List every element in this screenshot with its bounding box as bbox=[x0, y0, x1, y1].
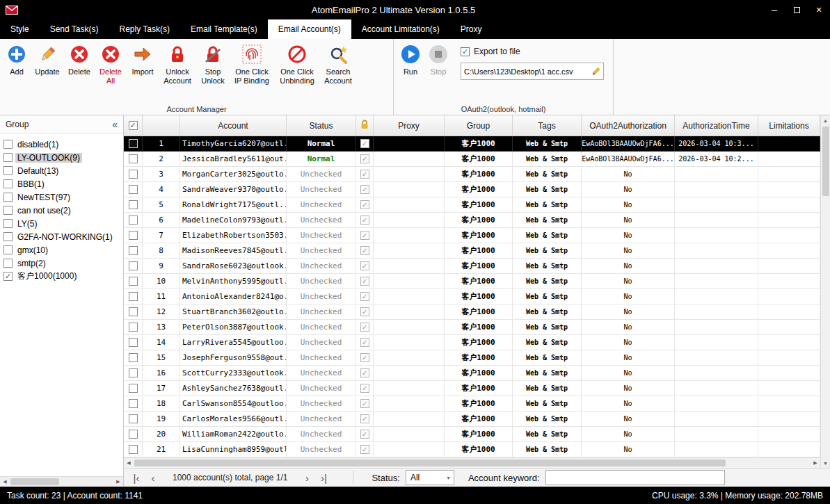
row-select-cell[interactable] bbox=[124, 381, 143, 396]
lock-checkbox[interactable] bbox=[360, 200, 369, 209]
tags-column-header[interactable]: Tags bbox=[513, 115, 582, 136]
row-checkbox[interactable] bbox=[129, 277, 138, 286]
lock-checkbox[interactable] bbox=[360, 185, 369, 194]
maximize-button[interactable] bbox=[785, 0, 808, 19]
lock-cell[interactable] bbox=[356, 427, 374, 442]
row-select-cell[interactable] bbox=[124, 304, 143, 320]
table-row[interactable]: 15JosephFerguson9558@out...Unchecked客户10… bbox=[124, 350, 820, 366]
group-item[interactable]: 客户1000(1000) bbox=[3, 270, 123, 283]
sidebar-collapse-icon[interactable]: « bbox=[112, 119, 118, 130]
row-select-cell[interactable] bbox=[124, 427, 143, 442]
lock-checkbox[interactable] bbox=[360, 154, 369, 163]
table-row[interactable]: 4SandraWeaver9370@outlo...Unchecked客户100… bbox=[124, 182, 820, 197]
select-all-header-cell[interactable] bbox=[124, 115, 143, 136]
account-keyword-input[interactable] bbox=[545, 470, 725, 485]
search-account-button[interactable]: Search Account bbox=[320, 41, 356, 88]
table-row[interactable]: 18CarlSwanson8554@outloo...Unchecked客户10… bbox=[124, 396, 820, 412]
group-item[interactable]: NewTEST(97) bbox=[3, 190, 123, 204]
row-select-cell[interactable] bbox=[124, 259, 143, 274]
lock-column-header[interactable] bbox=[356, 115, 374, 136]
row-select-cell[interactable] bbox=[124, 442, 143, 457]
row-select-cell[interactable] bbox=[124, 213, 143, 228]
one-click-ip-binding-button[interactable]: One Click IP Binding bbox=[230, 41, 274, 88]
row-checkbox[interactable] bbox=[129, 399, 138, 408]
update-button[interactable]: Update bbox=[31, 41, 64, 79]
lock-cell[interactable] bbox=[356, 335, 374, 350]
lock-checkbox[interactable] bbox=[360, 430, 369, 439]
row-select-cell[interactable] bbox=[124, 412, 143, 427]
group-checkbox[interactable] bbox=[3, 232, 13, 241]
group-checkbox[interactable] bbox=[3, 153, 13, 162]
group-checkbox[interactable] bbox=[3, 166, 13, 175]
table-row[interactable]: 7ElizabethRobertson3503...Unchecked客户100… bbox=[124, 228, 820, 243]
prev-page-button[interactable]: ‹ bbox=[145, 469, 161, 486]
oauth2-column-header[interactable]: OAuth2Authorization bbox=[582, 115, 675, 136]
row-checkbox[interactable] bbox=[129, 430, 138, 439]
export-path-field[interactable]: C:\Users\123\Desktop\1 acc.csv bbox=[461, 63, 604, 80]
group-checkbox[interactable] bbox=[3, 206, 13, 215]
tab-email-accounts[interactable]: Email Account(s) bbox=[268, 19, 351, 39]
row-checkbox[interactable] bbox=[129, 338, 138, 347]
row-select-cell[interactable] bbox=[124, 289, 143, 304]
tab-email-templates[interactable]: Email Template(s) bbox=[180, 19, 268, 39]
delete-all-button[interactable]: Delete All bbox=[95, 41, 127, 88]
row-select-cell[interactable] bbox=[124, 320, 143, 335]
row-number-header[interactable] bbox=[143, 115, 180, 136]
row-checkbox[interactable] bbox=[129, 216, 138, 225]
row-checkbox[interactable] bbox=[129, 292, 138, 301]
lock-cell[interactable] bbox=[356, 381, 374, 396]
table-vertical-scrollbar[interactable]: ▲ ▼ bbox=[820, 115, 830, 468]
minimize-button[interactable]: – bbox=[763, 0, 785, 19]
row-select-cell[interactable] bbox=[124, 243, 143, 259]
account-column-header[interactable]: Account bbox=[180, 115, 287, 136]
row-checkbox[interactable] bbox=[129, 170, 138, 179]
edit-pencil-icon[interactable] bbox=[591, 67, 600, 76]
next-page-button[interactable]: › bbox=[298, 469, 315, 486]
group-item[interactable]: disabled(1) bbox=[3, 138, 123, 151]
lock-checkbox[interactable] bbox=[360, 399, 369, 408]
stop-button[interactable]: Stop bbox=[424, 41, 452, 79]
table-row[interactable]: 3MorganCarter3025@outlo...Unchecked客户100… bbox=[124, 167, 820, 182]
table-row[interactable]: 6MadelineColon9793@outl...Unchecked客户100… bbox=[124, 213, 820, 228]
table-hscroll-thumb[interactable] bbox=[134, 460, 726, 466]
row-checkbox[interactable] bbox=[129, 414, 138, 423]
tab-reply-tasks[interactable]: Reply Task(s) bbox=[109, 19, 180, 39]
group-checkbox[interactable] bbox=[3, 245, 13, 254]
lock-cell[interactable] bbox=[356, 213, 374, 228]
select-all-checkbox[interactable] bbox=[129, 121, 138, 130]
group-item[interactable]: BBB(1) bbox=[3, 177, 123, 190]
group-column-header[interactable]: Group bbox=[445, 115, 513, 136]
stop-unlock-button[interactable]: Stop Unlock bbox=[196, 41, 230, 88]
row-select-cell[interactable] bbox=[124, 136, 143, 152]
first-page-button[interactable]: |‹ bbox=[128, 469, 145, 486]
lock-cell[interactable] bbox=[356, 304, 374, 320]
table-row[interactable]: 13PeterOlson3887@outlook...Unchecked客户10… bbox=[124, 320, 820, 335]
row-checkbox[interactable] bbox=[129, 323, 138, 332]
row-select-cell[interactable] bbox=[124, 350, 143, 366]
row-select-cell[interactable] bbox=[124, 197, 143, 213]
tab-account-limitations[interactable]: Account Limitation(s) bbox=[351, 19, 450, 39]
lock-checkbox[interactable] bbox=[360, 216, 369, 225]
group-checkbox[interactable] bbox=[3, 219, 13, 228]
tab-proxy[interactable]: Proxy bbox=[450, 19, 493, 39]
scroll-up-icon[interactable]: ▲ bbox=[821, 115, 830, 125]
group-item[interactable]: gmx(10) bbox=[3, 243, 123, 257]
limitations-column-header[interactable]: Limitations bbox=[758, 115, 820, 136]
sidebar-horizontal-scrollbar[interactable]: ◀ ▶ bbox=[0, 476, 123, 487]
row-select-cell[interactable] bbox=[124, 274, 143, 289]
table-row[interactable]: 14LarryRivera5545@outloo...Unchecked客户10… bbox=[124, 335, 820, 350]
table-horizontal-scrollbar[interactable]: ◀ ▶ bbox=[124, 457, 820, 468]
proxy-column-header[interactable]: Proxy bbox=[374, 115, 445, 136]
lock-cell[interactable] bbox=[356, 136, 374, 152]
group-item[interactable]: LY(5) bbox=[3, 217, 123, 230]
lock-checkbox[interactable] bbox=[360, 323, 369, 332]
group-item[interactable]: smtp(2) bbox=[3, 257, 123, 270]
table-row[interactable]: 20WilliamRoman2422@outlo...Unchecked客户10… bbox=[124, 427, 820, 442]
lock-cell[interactable] bbox=[356, 243, 374, 259]
group-checkbox[interactable] bbox=[3, 272, 13, 281]
row-checkbox[interactable] bbox=[129, 139, 138, 148]
row-select-cell[interactable] bbox=[124, 396, 143, 412]
lock-checkbox[interactable] bbox=[360, 139, 369, 148]
row-checkbox[interactable] bbox=[129, 261, 138, 270]
import-button[interactable]: Import bbox=[127, 41, 159, 79]
